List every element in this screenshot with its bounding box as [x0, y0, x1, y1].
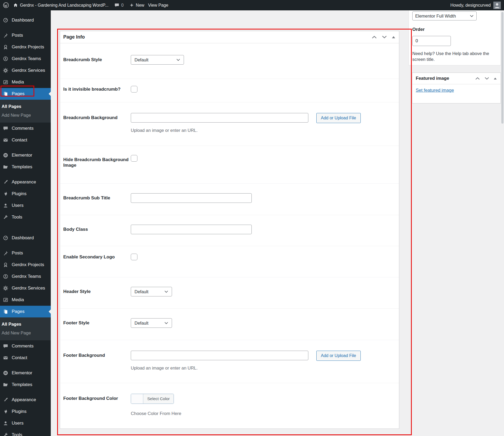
select-value: Default — [135, 57, 148, 62]
body-class-input[interactable] — [131, 225, 252, 234]
pin-icon — [3, 250, 9, 256]
sidebar-item-posts[interactable]: Posts — [0, 247, 51, 259]
sidebar-item-tools[interactable]: Tools — [0, 429, 51, 436]
sidebar-item-label: Pages — [12, 91, 24, 97]
sidebar-item-label: Gerdnx Services — [12, 68, 45, 73]
field-area — [131, 225, 399, 246]
field-area — [131, 193, 399, 215]
form-row-footer-background-color: Footer Background ColorSelect ColorChoos… — [60, 383, 399, 429]
field-label: Breadcrumb Sub Title — [63, 193, 131, 215]
sidebar-item-gerdnx-teams[interactable]: Gerdnx Teams — [0, 271, 51, 282]
set-featured-image-link[interactable]: Set featured image — [416, 88, 454, 93]
active-menu-arrow-icon — [47, 309, 51, 314]
form-row-enable-secondary-logo: Enable Secondary Logo — [60, 246, 399, 277]
footer-style-select[interactable]: Default — [131, 318, 172, 328]
is-it-invisible-breadcrumb-checkbox[interactable] — [131, 86, 137, 93]
hide-breadcrumb-background-image-checkbox[interactable] — [131, 155, 137, 162]
sidebar-item-label: Contact — [12, 137, 27, 143]
sidebar-item-pages[interactable]: Pages — [0, 306, 51, 317]
sidebar-item-dashboard[interactable]: Dashboard — [0, 14, 51, 26]
chevron-down-icon — [164, 322, 168, 324]
field-area: Default — [131, 55, 399, 79]
helper-text: Upload an image or enter an URL. — [131, 128, 399, 133]
sidebar-item-plugins[interactable]: Plugins — [0, 188, 51, 200]
howdy-text[interactable]: Howdy, designcurved — [450, 3, 491, 8]
sidebar-item-elementor[interactable]: Elementor — [0, 149, 51, 161]
sidebar-item-tools[interactable]: Tools — [0, 211, 51, 223]
site-name-link[interactable]: Gerdnx - Gardening And Landscaping WordP… — [13, 3, 108, 8]
sidebar-item-pages[interactable]: Pages — [0, 88, 51, 100]
sidebar-subitem-all-pages[interactable]: All Pages — [0, 102, 51, 111]
sidebar-item-media[interactable]: Media — [0, 294, 51, 306]
sidebar-item-label: Media — [12, 79, 24, 85]
breadcrumb-style-select[interactable]: Default — [131, 55, 184, 65]
comments-bubble[interactable]: 0 — [114, 3, 124, 8]
move-up-icon[interactable] — [475, 77, 480, 80]
sidebar-item-label: Plugins — [12, 409, 27, 414]
sidebar-item-gerdnx-services[interactable]: Gerdnx Services — [0, 65, 51, 76]
form-row-header-style: Header StyleDefault — [60, 277, 399, 309]
sidebar-item-label: Gerdnx Teams — [12, 274, 41, 279]
new-button[interactable]: New — [129, 3, 144, 8]
sidebar-item-label: Media — [12, 297, 24, 303]
page-scrollbar[interactable] — [501, 10, 504, 436]
field-area: Add or Upload FileUpload an image or ent… — [131, 113, 399, 146]
sidebar-item-templates[interactable]: Templates — [0, 161, 51, 173]
sidebar-item-label: Comments — [12, 343, 33, 349]
toggle-panel-icon[interactable] — [494, 77, 497, 80]
sidebar-item-users[interactable]: Users — [0, 417, 51, 429]
sidebar-item-contact[interactable]: Contact — [0, 134, 51, 146]
sidebar-subitem-add-new-page[interactable]: Add New Page — [0, 329, 51, 337]
move-up-icon[interactable] — [372, 35, 377, 39]
toggle-panel-icon[interactable] — [392, 36, 395, 39]
header-style-select[interactable]: Default — [131, 287, 172, 296]
footer-background-color-select-color-button[interactable]: Select Color — [131, 394, 174, 404]
sidebar-item-users[interactable]: Users — [0, 200, 51, 211]
sidebar-item-comments[interactable]: Comments — [0, 340, 51, 352]
wrench-icon — [3, 214, 9, 220]
sidebar-item-dashboard[interactable]: Dashboard — [0, 232, 51, 244]
move-down-icon[interactable] — [484, 77, 489, 80]
enable-secondary-logo-checkbox[interactable] — [131, 254, 137, 260]
wordpress-icon[interactable] — [3, 2, 9, 9]
sidebar-item-label: Users — [12, 203, 23, 208]
folder-icon — [3, 382, 9, 388]
breadcrumb-background-upload-button[interactable]: Add or Upload File — [316, 113, 361, 123]
template-select-value: Elementor Full Width — [415, 14, 456, 19]
select-value: Default — [135, 321, 148, 326]
sidebar-item-label: Comments — [12, 126, 33, 131]
breadcrumb-sub-title-input[interactable] — [131, 193, 252, 203]
move-down-icon[interactable] — [382, 35, 387, 39]
view-page-button[interactable]: View Page — [148, 3, 168, 8]
sidebar-subitem-add-new-page[interactable]: Add New Page — [0, 111, 51, 120]
sidebar-item-gerdnx-teams[interactable]: Gerdnx Teams — [0, 53, 51, 65]
sidebar-item-templates[interactable]: Templates — [0, 379, 51, 391]
user-avatar-icon[interactable] — [493, 2, 501, 9]
sidebar-item-posts[interactable]: Posts — [0, 30, 51, 41]
sidebar-item-label: Tools — [12, 215, 22, 220]
sidebar-item-gerdnx-projects[interactable]: Gerdnx Projects — [0, 41, 51, 53]
admin-bar: Gerdnx - Gardening And Landscaping WordP… — [0, 0, 504, 10]
breadcrumb-background-url-input[interactable] — [131, 113, 308, 123]
sidebar-item-contact[interactable]: Contact — [0, 352, 51, 364]
sidebar-subitem-all-pages[interactable]: All Pages — [0, 320, 51, 329]
sidebar-item-elementor[interactable]: Elementor — [0, 367, 51, 379]
sidebar-item-appearance[interactable]: Appearance — [0, 394, 51, 406]
comment-icon — [114, 3, 119, 8]
template-select[interactable]: Elementor Full Width — [412, 11, 477, 20]
sidebar-item-appearance[interactable]: Appearance — [0, 176, 51, 188]
plus-icon — [129, 3, 134, 7]
envelope-icon — [3, 355, 9, 361]
order-input[interactable] — [412, 36, 451, 46]
sidebar-item-media[interactable]: Media — [0, 76, 51, 88]
footer-background-url-input[interactable] — [131, 351, 308, 360]
footer-background-upload-button[interactable]: Add or Upload File — [316, 351, 361, 361]
sidebar-item-plugins[interactable]: Plugins — [0, 406, 51, 417]
media-icon — [3, 297, 9, 303]
scrollbar-thumb[interactable] — [501, 12, 503, 124]
sidebar-item-gerdnx-projects[interactable]: Gerdnx Projects — [0, 259, 51, 271]
sidebar-item-comments[interactable]: Comments — [0, 123, 51, 134]
sidebar-item-label: Appearance — [12, 397, 36, 403]
sidebar-item-gerdnx-services[interactable]: Gerdnx Services — [0, 282, 51, 294]
sidebar-item-label: Pages — [12, 309, 24, 314]
